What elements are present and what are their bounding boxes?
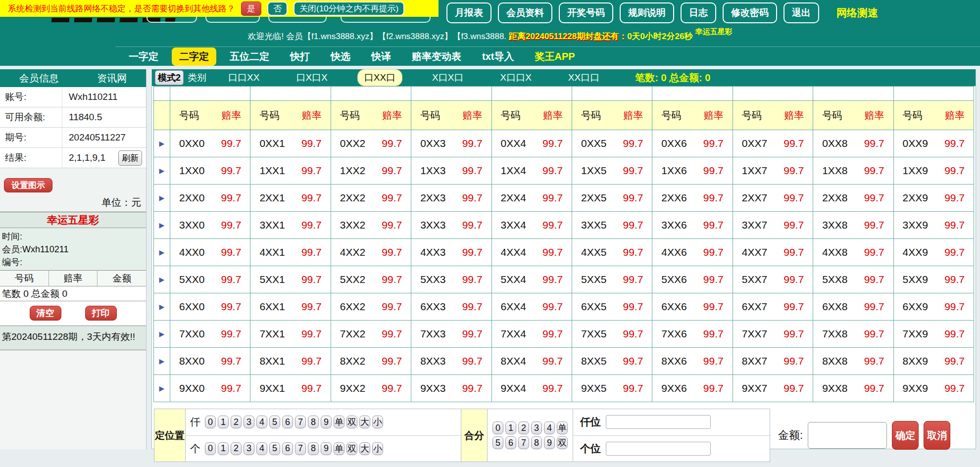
tab-quick-translate[interactable]: 快译 [364,47,398,66]
odds-cell-2XX4[interactable]: 2XX499.7 [491,185,572,212]
odds-cell-1XX0[interactable]: 1XX099.7 [170,157,250,185]
odds-cell-1XX9[interactable]: 1XX999.7 [893,157,974,185]
odds-cell-3XX8[interactable]: 3XX899.7 [813,212,893,239]
nav-button-draw-numbers[interactable]: 开奖号码 [559,2,613,23]
pattern-tab-ox-xo[interactable]: 口XX口 [357,69,402,86]
odds-cell-3XX5[interactable]: 3XX599.7 [572,212,652,239]
odds-cell-3XX6[interactable]: 3XX699.7 [652,212,733,239]
sum-button-3[interactable]: 3 [531,421,542,434]
nav-button-monthly-report[interactable]: 月报表 [446,2,491,23]
odds-cell-3XX7[interactable]: 3XX799.7 [733,212,813,239]
odds-cell-8XX5[interactable]: 8XX599.7 [572,348,652,375]
notification-no-button[interactable]: 否 [267,1,288,16]
odds-cell-9XX3[interactable]: 9XX399.7 [411,375,491,402]
cancel-button[interactable]: 取消 [924,421,950,450]
odds-cell-0XX9[interactable]: 0XX999.7 [893,130,974,157]
amount-input[interactable] [808,422,887,449]
position-button-thousands-9[interactable]: 9 [321,416,332,428]
odds-cell-9XX8[interactable]: 9XX899.7 [813,375,893,402]
odds-cell-1XX1[interactable]: 1XX199.7 [250,157,331,185]
position-button-thousands-1[interactable]: 1 [218,416,229,428]
odds-cell-5XX2[interactable]: 5XX299.7 [331,266,411,293]
odds-cell-7XX0[interactable]: 7XX099.7 [170,321,250,348]
tab-five-pos-two-fix[interactable]: 五位二定 [222,47,277,66]
sum-button-9[interactable]: 9 [544,436,555,449]
odds-cell-2XX5[interactable]: 2XX599.7 [572,185,652,212]
position-button-thousands-5[interactable]: 5 [269,416,280,428]
odds-cell-1XX2[interactable]: 1XX299.7 [331,157,411,185]
nav-button-rules[interactable]: 规则说明 [620,2,674,23]
odds-cell-7XX9[interactable]: 7XX999.7 [893,321,974,348]
odds-cell-3XX0[interactable]: 3XX099.7 [170,212,250,239]
position-button-ones-单[interactable]: 单 [334,442,344,455]
odds-cell-4XX1[interactable]: 4XX199.7 [250,239,331,266]
position-button-ones-0[interactable]: 0 [205,442,216,455]
position-button-thousands-4[interactable]: 4 [256,416,267,428]
odds-cell-2XX3[interactable]: 2XX399.7 [411,185,491,212]
odds-cell-6XX2[interactable]: 6XX299.7 [331,293,411,321]
sum-button-双[interactable]: 双 [557,436,568,449]
position-button-ones-大[interactable]: 大 [359,442,370,455]
position-button-thousands-7[interactable]: 7 [295,416,306,428]
odds-cell-9XX4[interactable]: 9XX499.7 [491,375,572,402]
odds-cell-6XX5[interactable]: 6XX599.7 [572,293,652,321]
odds-cell-4XX8[interactable]: 4XX899.7 [813,239,893,266]
position-button-ones-2[interactable]: 2 [231,442,242,455]
odds-cell-0XX8[interactable]: 0XX899.7 [813,130,893,157]
odds-cell-6XX8[interactable]: 6XX899.7 [813,293,893,321]
odds-cell-2XX8[interactable]: 2XX899.7 [813,185,893,212]
position-button-thousands-3[interactable]: 3 [244,416,254,428]
sum-button-4[interactable]: 4 [544,421,555,434]
position-button-ones-3[interactable]: 3 [244,442,254,455]
odds-cell-7XX6[interactable]: 7XX699.7 [652,321,733,348]
odds-cell-4XX5[interactable]: 4XX599.7 [572,239,652,266]
nav-button-logs[interactable]: 日志 [681,2,716,23]
position-button-ones-6[interactable]: 6 [282,442,293,455]
sum-button-8[interactable]: 8 [531,436,542,449]
odds-cell-9XX5[interactable]: 9XX599.7 [572,375,652,402]
odds-cell-4XX3[interactable]: 4XX399.7 [411,239,491,266]
odds-cell-2XX7[interactable]: 2XX799.7 [733,185,813,212]
position-button-thousands-8[interactable]: 8 [308,416,319,428]
odds-cell-9XX0[interactable]: 9XX099.7 [170,375,250,402]
sum-button-0[interactable]: 0 [492,421,503,434]
odds-cell-9XX1[interactable]: 9XX199.7 [250,375,331,402]
position-button-thousands-2[interactable]: 2 [231,416,242,428]
position-button-ones-5[interactable]: 5 [269,442,280,455]
odds-cell-8XX4[interactable]: 8XX499.7 [491,348,572,375]
tab-quick-pick[interactable]: 快选 [323,47,358,66]
notification-yes-button[interactable]: 是 [241,1,261,16]
mode-button[interactable]: 模式2 [155,70,184,85]
odds-cell-7XX7[interactable]: 7XX799.7 [733,321,813,348]
position-button-ones-4[interactable]: 4 [256,442,267,455]
position-button-thousands-0[interactable]: 0 [205,416,216,428]
tab-one-char-fix[interactable]: 一字定 [121,47,166,66]
pattern-tab-oo-xx[interactable]: 口口XX [221,69,266,86]
odds-cell-8XX0[interactable]: 8XX099.7 [170,348,250,375]
odds-cell-5XX3[interactable]: 5XX399.7 [411,266,491,293]
position-button-thousands-单[interactable]: 单 [334,416,344,428]
odds-cell-7XX5[interactable]: 7XX599.7 [572,321,652,348]
odds-cell-2XX9[interactable]: 2XX999.7 [893,185,974,212]
odds-cell-1XX7[interactable]: 1XX799.7 [733,157,813,185]
odds-cell-0XX6[interactable]: 0XX699.7 [652,130,733,157]
odds-cell-9XX7[interactable]: 9XX799.7 [733,375,813,402]
odds-cell-3XX3[interactable]: 3XX399.7 [411,212,491,239]
position-button-ones-8[interactable]: 8 [308,442,319,455]
position-button-ones-1[interactable]: 1 [218,442,229,455]
odds-cell-4XX0[interactable]: 4XX099.7 [170,239,250,266]
tab-txt-import[interactable]: txt导入 [475,47,521,66]
odds-cell-1XX3[interactable]: 1XX399.7 [411,157,491,185]
odds-cell-5XX1[interactable]: 5XX199.7 [250,266,331,293]
odds-cell-0XX4[interactable]: 0XX499.7 [491,130,572,157]
pattern-tab-xo-xo[interactable]: X口X口 [425,69,470,86]
set-image-button[interactable]: 设置图示 [4,178,52,192]
odds-cell-7XX3[interactable]: 7XX399.7 [411,321,491,348]
odds-cell-9XX2[interactable]: 9XX299.7 [331,375,411,402]
pattern-tab-xo-ox[interactable]: X口口X [493,69,538,86]
odds-cell-3XX1[interactable]: 3XX199.7 [250,212,331,239]
tab-prize-king-app[interactable]: 奖王APP [527,47,582,66]
odds-cell-4XX7[interactable]: 4XX799.7 [733,239,813,266]
position-button-thousands-大[interactable]: 大 [359,416,370,428]
tab-two-char-fix[interactable]: 二字定 [172,47,216,66]
